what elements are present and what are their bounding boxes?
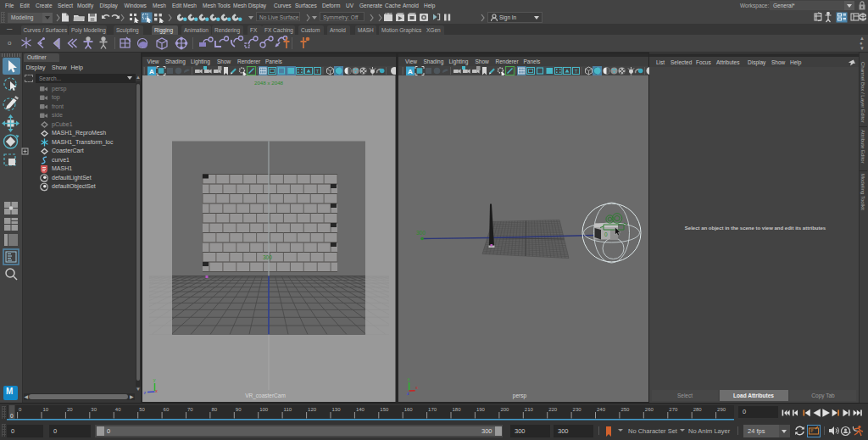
svg-text:180: 180 <box>453 407 462 412</box>
svg-text:y: y <box>408 376 410 382</box>
svg-text:60: 60 <box>164 407 170 412</box>
svg-text:210: 210 <box>525 407 534 412</box>
svg-text:z: z <box>407 391 409 396</box>
svg-text:130: 130 <box>332 407 342 412</box>
svg-text:20: 20 <box>67 407 73 412</box>
svg-text:x: x <box>415 385 418 390</box>
svg-text:70: 70 <box>187 407 193 412</box>
svg-text:240: 240 <box>597 407 606 412</box>
svg-text:170: 170 <box>428 407 437 412</box>
svg-text:230: 230 <box>573 407 582 412</box>
svg-text:300: 300 <box>263 253 272 259</box>
svg-text:280: 280 <box>693 407 703 412</box>
svg-text:150: 150 <box>380 407 389 412</box>
svg-text:200: 200 <box>500 407 509 412</box>
svg-text:290: 290 <box>717 407 726 412</box>
svg-text:T: T <box>574 69 577 74</box>
svg-text:190: 190 <box>476 407 486 412</box>
svg-text:30: 30 <box>91 407 97 412</box>
svg-text:10: 10 <box>43 407 49 412</box>
svg-text:120: 120 <box>308 407 317 412</box>
svg-text:100: 100 <box>259 407 269 412</box>
svg-text:2048 x 2048: 2048 x 2048 <box>254 80 284 86</box>
svg-text:VR_coasterCam: VR_coasterCam <box>245 393 286 399</box>
svg-text:A: A <box>149 67 154 75</box>
svg-text:90: 90 <box>236 407 242 412</box>
svg-text:110: 110 <box>284 407 292 412</box>
svg-text:160: 160 <box>404 407 414 412</box>
svg-text:40: 40 <box>115 407 121 412</box>
svg-text:80: 80 <box>211 407 217 412</box>
svg-text:x: x <box>155 387 158 393</box>
svg-text:300: 300 <box>416 230 426 236</box>
svg-text:A: A <box>408 67 413 75</box>
svg-text:250: 250 <box>620 407 630 412</box>
svg-text:0: 0 <box>19 407 22 412</box>
svg-text:y: y <box>153 377 156 382</box>
svg-text:270: 270 <box>669 407 678 412</box>
svg-text:50: 50 <box>139 407 145 412</box>
svg-text:140: 140 <box>356 407 365 412</box>
svg-text:z: z <box>144 389 147 394</box>
svg-text:0: 0 <box>604 231 608 237</box>
svg-text:220: 220 <box>548 407 558 412</box>
svg-text:260: 260 <box>645 407 654 412</box>
svg-text:persp: persp <box>513 393 527 399</box>
svg-text:0: 0 <box>10 413 14 419</box>
svg-text:T: T <box>316 69 320 74</box>
